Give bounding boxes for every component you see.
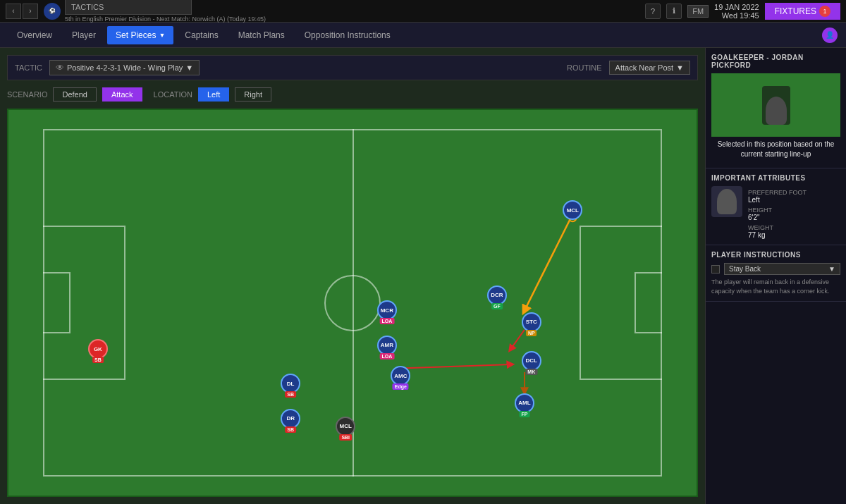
tactic-label: TACTIC bbox=[15, 63, 42, 72]
tab-set-pieces[interactable]: Set Pieces ▼ bbox=[107, 26, 173, 44]
player-stc[interactable]: STC NP bbox=[522, 312, 541, 332]
goalkeeper-title: GOALKEEPER - JORDAN PICKFORD bbox=[711, 54, 840, 69]
player-shirt-mcl-bottom: MCL bbox=[336, 417, 355, 436]
scenario-bar: SCENARIO Defend Attack LOCATION Left Rig… bbox=[7, 86, 698, 103]
height-value: 6'2" bbox=[748, 214, 807, 221]
player-amr[interactable]: AMR LOA bbox=[377, 336, 397, 355]
tactic-selector[interactable]: 👁 Positive 4-2-3-1 Wide - Wing Play ▼ bbox=[49, 60, 200, 75]
notification-badge: 1 bbox=[819, 6, 830, 17]
subtitle-text: 5th in English Premier Division - Next M… bbox=[65, 16, 266, 23]
player-instructions-section: PLAYER INSTRUCTIONS Stay Back ▼ The play… bbox=[706, 245, 846, 302]
info-icon[interactable]: ℹ bbox=[666, 4, 682, 19]
tactics-area: TACTIC 👁 Positive 4-2-3-1 Wide - Wing Pl… bbox=[0, 48, 705, 504]
fm-badge: FM bbox=[687, 5, 709, 18]
stay-back-checkbox[interactable] bbox=[711, 265, 720, 273]
tab-player[interactable]: Player bbox=[63, 26, 104, 44]
important-attributes-section: IMPORTANT ATTRIBUTES PREFERRED FOOT Left… bbox=[706, 168, 846, 245]
player-shirt-dcr: DCR bbox=[487, 285, 507, 305]
player-shirt-dl: DL bbox=[281, 374, 300, 393]
attack-button[interactable]: Attack bbox=[102, 87, 142, 102]
location-right-button[interactable]: Right bbox=[235, 87, 271, 102]
goalkeeper-section: GOALKEEPER - JORDAN PICKFORD Selected in… bbox=[706, 48, 846, 168]
player-shirt-mcl-top: MCL bbox=[563, 200, 582, 220]
routine-label: ROUTINE bbox=[567, 63, 602, 72]
right-panel: GOALKEEPER - JORDAN PICKFORD Selected in… bbox=[705, 48, 846, 504]
routine-selector[interactable]: Attack Near Post ▼ bbox=[609, 61, 690, 75]
search-input[interactable] bbox=[65, 0, 192, 15]
player-shirt-dr: DR bbox=[281, 409, 300, 429]
chevron-down-icon: ▼ bbox=[159, 32, 165, 39]
player-badge-amr: LOA bbox=[379, 353, 394, 359]
help-icon[interactable]: ? bbox=[645, 4, 661, 19]
attributes-list: PREFERRED FOOT Left HEIGHT 6'2" WEIGHT 7… bbox=[748, 186, 807, 239]
player-shirt-gk: GK bbox=[88, 339, 108, 359]
player-shirt-stc: STC bbox=[522, 312, 541, 332]
chevron-down-icon: ▼ bbox=[185, 63, 193, 72]
weight-label: WEIGHT bbox=[748, 224, 807, 231]
important-attrs-title: IMPORTANT ATTRIBUTES bbox=[711, 174, 840, 182]
eye-icon: 👁 bbox=[56, 63, 64, 73]
gk-portrait bbox=[711, 73, 840, 137]
player-badge-aml: FP bbox=[520, 411, 530, 417]
player-badge-dcl: MK bbox=[525, 369, 537, 375]
location-left-button[interactable]: Left bbox=[198, 87, 229, 102]
pitch-container: GK SB DL SB DR SB MCL SBI bbox=[7, 109, 698, 497]
player-badge-stc: NP bbox=[526, 330, 537, 336]
player-gk[interactable]: GK SB bbox=[88, 339, 108, 359]
player-shirt-mcr: MCR bbox=[377, 300, 397, 320]
player-dcl[interactable]: DCL MK bbox=[522, 351, 541, 371]
chevron-down-icon: ▼ bbox=[676, 63, 684, 72]
player-mcr[interactable]: MCR LOA bbox=[377, 300, 397, 320]
preferred-foot-value: Left bbox=[748, 196, 807, 204]
weight-value: 77 kg bbox=[748, 231, 807, 239]
tab-match-plans[interactable]: Match Plans bbox=[230, 26, 293, 44]
player-face bbox=[711, 186, 742, 217]
user-icon: 👤 bbox=[822, 27, 838, 43]
instruction-description: The player will remain back in a defensi… bbox=[711, 278, 840, 295]
top-bar: ‹ › ⚽ 5th in English Premier Division - … bbox=[0, 0, 846, 23]
player-badge-mcr: LOA bbox=[379, 318, 394, 324]
player-badge-dl: SB bbox=[285, 391, 296, 398]
club-badge: ⚽ bbox=[44, 3, 61, 20]
player-dr[interactable]: DR SB bbox=[281, 409, 300, 429]
player-shirt-amc: AMC bbox=[391, 366, 410, 386]
football-pitch: GK SB DL SB DR SB MCL SBI bbox=[7, 109, 698, 497]
instruction-row: Stay Back ▼ bbox=[711, 263, 840, 275]
player-badge-amc: Edge bbox=[393, 383, 409, 390]
tactic-bar: TACTIC 👁 Positive 4-2-3-1 Wide - Wing Pl… bbox=[7, 55, 698, 80]
player-mcl-bottom[interactable]: MCL SBI bbox=[336, 417, 355, 436]
player-mcl-top[interactable]: MCL bbox=[563, 200, 582, 220]
stay-back-dropdown[interactable]: Stay Back ▼ bbox=[724, 263, 840, 275]
date-display: 19 JAN 2022 Wed 19:45 bbox=[714, 3, 759, 20]
nav-tabs: Overview Player Set Pieces ▼ Captains Ma… bbox=[0, 23, 846, 48]
back-button[interactable]: ‹ bbox=[6, 4, 21, 19]
forward-button[interactable]: › bbox=[23, 4, 38, 19]
location-label: LOCATION bbox=[154, 90, 192, 99]
player-instructions-title: PLAYER INSTRUCTIONS bbox=[711, 251, 840, 259]
main-content: TACTIC 👁 Positive 4-2-3-1 Wide - Wing Pl… bbox=[0, 48, 846, 504]
player-badge-dcr: GF bbox=[491, 303, 503, 309]
player-badge-gk: SB bbox=[92, 357, 104, 363]
right-goal-area bbox=[634, 272, 662, 334]
center-circle bbox=[324, 275, 381, 331]
player-dl[interactable]: DL SB bbox=[281, 374, 300, 393]
scenario-label: SCENARIO bbox=[7, 90, 47, 99]
tab-captains[interactable]: Captains bbox=[176, 26, 226, 44]
player-badge-dr: SB bbox=[285, 426, 296, 433]
player-aml[interactable]: AML FP bbox=[515, 393, 534, 413]
player-shirt-aml: AML bbox=[515, 393, 534, 413]
preferred-foot-label: PREFERRED FOOT bbox=[748, 189, 807, 196]
player-shirt-amr: AMR bbox=[377, 336, 397, 355]
gk-selected-text: Selected in this position based on the c… bbox=[711, 137, 840, 162]
fixtures-button[interactable]: FIXTURES 1 bbox=[765, 3, 840, 20]
height-label: HEIGHT bbox=[748, 207, 807, 214]
player-badge-mcl-bottom: SBI bbox=[339, 434, 352, 441]
tab-opposition[interactable]: Opposition Instructions bbox=[296, 26, 399, 44]
left-goal-area bbox=[43, 272, 70, 334]
defend-button[interactable]: Defend bbox=[53, 87, 96, 102]
player-shirt-dcl: DCL bbox=[522, 351, 541, 371]
tab-overview[interactable]: Overview bbox=[8, 26, 61, 44]
player-dcr[interactable]: DCR GF bbox=[487, 285, 507, 305]
chevron-down-icon: ▼ bbox=[828, 265, 835, 273]
player-amc[interactable]: AMC Edge bbox=[391, 366, 410, 386]
